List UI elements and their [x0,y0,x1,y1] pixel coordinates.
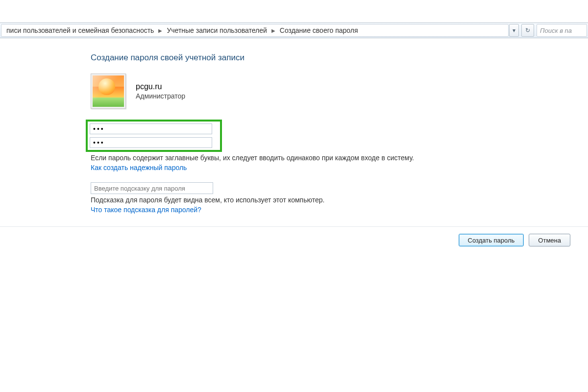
user-info: pcgu.ru Администратор [91,74,588,109]
password-hint-input[interactable] [91,182,213,194]
chevron-down-icon: ▾ [513,27,515,34]
user-name: pcgu.ru [136,82,185,91]
breadcrumb-segment[interactable]: Учетные записи пользователей [165,26,269,34]
hint-visibility-text: Подсказка для пароля будет видна всем, к… [91,196,588,204]
breadcrumb[interactable]: писи пользователей и семейная безопаснос… [1,24,509,37]
avatar-image [93,75,124,107]
strong-password-link[interactable]: Как создать надежный пароль [91,164,187,172]
create-password-button[interactable]: Создать пароль [459,234,524,246]
page-title: Создание пароля своей учетной записи [91,53,588,63]
chevron-right-icon: ▶ [156,28,165,33]
cancel-button[interactable]: Отмена [529,234,570,246]
content-area: Создание пароля своей учетной записи pcg… [0,38,588,214]
chevron-right-icon: ▶ [269,28,278,33]
refresh-button[interactable]: ↻ [521,24,534,37]
caps-warning-text: Если пароль содержит заглавные буквы, их… [91,154,588,162]
footer-buttons: Создать пароль Отмена [0,227,588,246]
search-placeholder: Поиск в па [540,27,572,34]
new-password-input[interactable] [90,123,212,134]
avatar [91,74,126,109]
breadcrumb-segment[interactable]: Создание своего пароля [278,26,360,34]
search-input[interactable]: Поиск в па [537,24,587,37]
history-dropdown-button[interactable]: ▾ [509,24,519,37]
confirm-password-input[interactable] [90,137,212,148]
refresh-icon: ↻ [525,27,530,34]
what-is-hint-link[interactable]: Что такое подсказка для паролей? [91,206,201,214]
address-bar: писи пользователей и семейная безопаснос… [0,23,588,38]
password-highlight-box [86,120,222,152]
user-role: Администратор [136,92,185,100]
breadcrumb-segment[interactable]: писи пользователей и семейная безопаснос… [4,26,156,34]
